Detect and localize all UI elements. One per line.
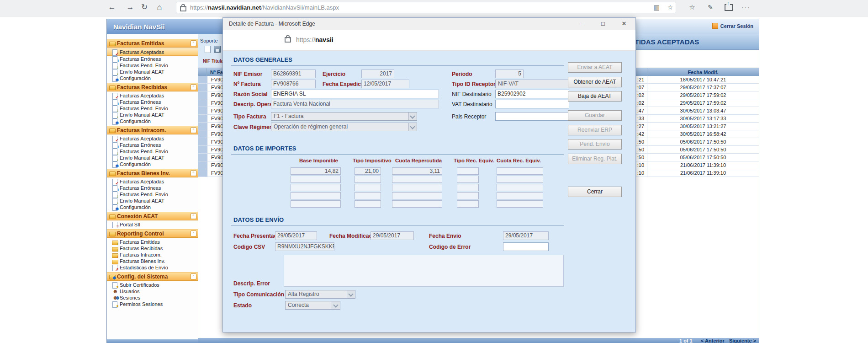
ejercicio-field[interactable]: 2017 <box>361 70 394 78</box>
collapse-chevron-icon[interactable]: ^ <box>191 213 196 219</box>
sidebar-section-3[interactable]: Facturas Bienes Inv.^ <box>107 169 198 177</box>
sidebar-item[interactable]: iFacturas Erróneas <box>107 185 198 191</box>
estado-select[interactable]: Correcta <box>285 301 340 310</box>
sidebar-item[interactable]: iFacturas Erróneas <box>107 99 198 105</box>
forward-icon[interactable]: → <box>124 1 136 13</box>
tipo-comunicacion-select[interactable]: Alta Registro <box>285 290 355 299</box>
sidebar-item[interactable]: ↓Facturas Pend. Envío <box>107 105 198 112</box>
sidebar-item[interactable]: Sesiones <box>107 295 198 301</box>
sidebar-section-6[interactable]: ✱Config. del Sistema^ <box>107 272 198 281</box>
importe-cell[interactable] <box>355 176 381 183</box>
razon-social-field[interactable]: ENERGIA SL <box>271 90 439 98</box>
importe-cell[interactable] <box>457 167 479 175</box>
collapse-chevron-icon[interactable]: ^ <box>191 127 196 133</box>
importe-cell[interactable] <box>497 192 543 199</box>
sidebar-item[interactable]: iFacturas Erróneas <box>107 142 198 148</box>
next-page-link[interactable]: Siguiente > <box>729 338 756 343</box>
importe-cell[interactable] <box>457 176 479 183</box>
importe-cell[interactable] <box>457 184 479 191</box>
sidebar-item[interactable]: ≡Portal SII <box>107 221 198 228</box>
importe-cell[interactable] <box>392 184 442 191</box>
sidebar-item[interactable]: ↓Envío Manual AEAT <box>107 155 198 161</box>
sidebar-item[interactable]: ✱Configuración <box>107 75 198 81</box>
cerrar-button[interactable]: Cerrar <box>568 187 622 197</box>
importe-cell[interactable]: 14,82 <box>291 167 341 175</box>
codigo-csv-field[interactable]: R9NMXU2NJFGKSKKE <box>275 242 334 251</box>
clave-regimen-select[interactable]: Operación de régimen general <box>271 123 417 131</box>
importe-cell[interactable] <box>497 184 543 191</box>
importe-cell[interactable] <box>392 200 442 208</box>
sidebar-item[interactable]: ✱Configuración <box>107 204 198 210</box>
fecha-modif-column-header[interactable]: Fecha Modif. <box>647 68 759 76</box>
descrip-error-textarea[interactable] <box>284 255 564 287</box>
share-icon[interactable] <box>725 4 733 11</box>
sidebar-item[interactable]: iFacturas Erróneas <box>107 56 198 62</box>
pais-receptor-field[interactable] <box>495 112 569 121</box>
nif-destinatario-field[interactable]: B25902902 <box>495 90 569 98</box>
web-note-icon[interactable]: ✎ <box>705 3 715 12</box>
importe-cell[interactable] <box>355 200 381 208</box>
fecha-envio-field[interactable]: 29/05/2017 <box>503 231 549 240</box>
sidebar-item[interactable]: ↓Facturas Recibidas <box>107 245 198 252</box>
new-document-icon[interactable] <box>205 46 211 53</box>
collapse-chevron-icon[interactable]: ^ <box>191 40 196 46</box>
home-icon[interactable]: ⌂ <box>153 1 165 13</box>
obtener-de-aeat-button[interactable]: Obtener de AEAT <box>568 77 622 87</box>
tipo-factura-select[interactable]: F1 - Factura <box>271 112 417 121</box>
importe-cell[interactable] <box>291 192 341 199</box>
minimize-icon[interactable]: – <box>577 20 587 28</box>
codigo-error-field[interactable] <box>503 242 549 251</box>
importe-cell[interactable] <box>291 184 341 191</box>
sidebar-item[interactable]: ↓Facturas Pend. Envío <box>107 148 198 155</box>
more-icon[interactable]: ··· <box>741 3 751 12</box>
logout-button[interactable]: Cerrar Sesión <box>712 23 753 29</box>
sidebar-item[interactable]: ✓Facturas Aceptadas <box>107 92 198 99</box>
nif-emisor-field[interactable]: B62869391 <box>271 70 316 78</box>
sidebar-section-1[interactable]: ↓Facturas Recibidas^ <box>107 83 198 91</box>
sidebar-item[interactable]: ↓Facturas Pend. Envío <box>107 62 198 69</box>
collapse-chevron-icon[interactable]: ^ <box>191 230 196 236</box>
prev-page-link[interactable]: < Anterior <box>701 338 725 343</box>
back-icon[interactable]: ← <box>106 1 118 13</box>
refresh-icon[interactable]: ↻ <box>138 1 150 13</box>
sidebar-item[interactable]: ●Permisos Sesiones <box>107 301 198 307</box>
sidebar-item[interactable]: Facturas Bienes Inv. <box>107 258 198 264</box>
num-factura-field[interactable]: FV908766 <box>271 80 316 88</box>
reading-view-icon[interactable]: ▥ <box>651 3 662 12</box>
sidebar-item[interactable]: ↗Estadísticas de Envío <box>107 264 198 271</box>
sidebar-item[interactable]: ↓Envío Manual AEAT <box>107 69 198 75</box>
sidebar-item[interactable]: ↓Envío Manual AEAT <box>107 112 198 118</box>
sidebar-item[interactable]: ✓Facturas Aceptadas <box>107 135 198 142</box>
importe-cell[interactable] <box>392 176 442 183</box>
importe-cell[interactable] <box>497 200 543 208</box>
sidebar-section-0[interactable]: ↑Facturas Emitidas^ <box>107 39 198 48</box>
sidebar-item[interactable]: ✱Configuración <box>107 118 198 124</box>
vat-destinatario-field[interactable] <box>495 100 569 108</box>
importe-cell[interactable] <box>457 192 479 199</box>
collapse-chevron-icon[interactable]: ^ <box>191 170 196 176</box>
sidebar-item[interactable]: ↑Facturas Intracom. <box>107 252 198 258</box>
fecha-modificacion-field[interactable]: 29/05/2017 <box>370 231 414 240</box>
importe-cell[interactable] <box>355 192 381 199</box>
menu-soporte[interactable]: Soporte <box>200 38 218 43</box>
descrip-operacion-field[interactable]: Factura Venta Nacional <box>271 100 439 108</box>
favorite-star-icon[interactable]: ☆ <box>665 3 675 12</box>
maximize-icon[interactable]: □ <box>598 20 608 28</box>
collapse-chevron-icon[interactable]: ^ <box>191 84 196 90</box>
importe-cell[interactable]: 3,11 <box>392 167 442 175</box>
collapse-chevron-icon[interactable]: ^ <box>191 273 196 279</box>
save-icon[interactable] <box>214 46 221 53</box>
fecha-presentacion-field[interactable]: 29/05/2017 <box>275 231 317 240</box>
fecha-expedicion-field[interactable]: 12/05/2017 <box>361 80 409 88</box>
close-icon[interactable]: ✕ <box>619 20 629 28</box>
sidebar-section-5[interactable]: Reporting Control^ <box>107 229 198 238</box>
address-bar[interactable]: https://navsii.navidian.net/NavidianNavS… <box>176 2 676 13</box>
baja-de-aeat-button[interactable]: Baja de AEAT <box>568 91 622 102</box>
sidebar-item[interactable]: ✓Facturas Aceptadas <box>107 48 198 56</box>
sidebar-section-4[interactable]: Conexión AEAT^ <box>107 212 198 220</box>
importe-cell[interactable] <box>497 167 543 175</box>
sidebar-item[interactable]: ↑Facturas Emitidas <box>107 239 198 245</box>
importe-cell[interactable] <box>355 184 381 191</box>
sidebar-item[interactable]: ●Subir Certificados <box>107 282 198 288</box>
importe-cell[interactable] <box>392 192 442 199</box>
